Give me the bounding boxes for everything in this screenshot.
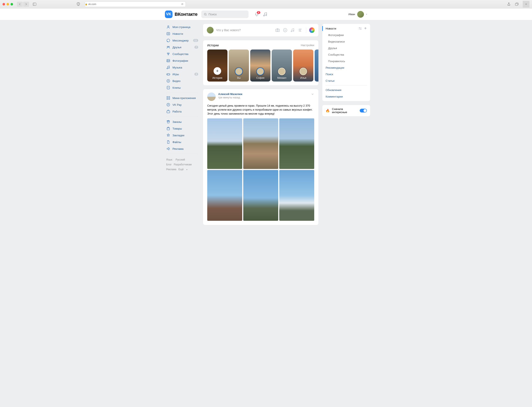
- address-bar[interactable]: 🔒 vk.com ⟳: [85, 1, 186, 7]
- bookmarks-icon: [166, 133, 170, 137]
- nav-friends[interactable]: Друзья7: [165, 44, 200, 51]
- settings-icon[interactable]: [358, 27, 362, 30]
- privacy-shield-icon[interactable]: [75, 1, 82, 7]
- nav-apps[interactable]: Мини-приложения: [165, 94, 200, 101]
- nav-bookmarks[interactable]: Закладки: [165, 132, 200, 139]
- nav-clips[interactable]: Клипы: [165, 84, 200, 91]
- composer-avatar: [207, 27, 214, 33]
- orders-icon: [166, 120, 170, 124]
- site-header: VK ВКонтакте 4 Иван ▾: [0, 8, 532, 20]
- stories-settings[interactable]: Настройки: [301, 44, 314, 47]
- share-icon[interactable]: [506, 2, 512, 7]
- camera-icon[interactable]: [275, 28, 280, 32]
- maximize-window[interactable]: [10, 3, 13, 6]
- filter-videos[interactable]: Видеозаписи: [322, 38, 370, 45]
- nav-user[interactable]: Моя страница: [165, 23, 200, 30]
- nav-messenger[interactable]: Мессенджер11: [165, 37, 200, 44]
- nav-groups[interactable]: Сообщества: [165, 51, 200, 57]
- nav-goods[interactable]: Товары: [165, 125, 200, 132]
- story-avatar: [300, 68, 307, 75]
- theme-icon[interactable]: A: [309, 27, 315, 33]
- post-text: Сегодня целый день провели в горах. Прош…: [203, 103, 318, 118]
- right-sidebar: Новости Фотографии Видеозаписи Друзья Со…: [322, 23, 370, 228]
- svg-rect-0: [33, 3, 36, 6]
- filter-recommendations[interactable]: Рекомендации: [322, 64, 370, 71]
- svg-point-15: [169, 53, 169, 54]
- minimize-window[interactable]: [7, 3, 9, 6]
- music-icon[interactable]: [290, 28, 295, 32]
- video-icon[interactable]: [283, 28, 287, 32]
- filter-photos[interactable]: Фотографии: [322, 32, 370, 38]
- filter-friends[interactable]: Друзья: [322, 45, 370, 51]
- svg-line-6: [206, 15, 206, 15]
- nav-files[interactable]: Файлы: [165, 139, 200, 145]
- svg-point-35: [277, 30, 278, 31]
- post-image[interactable]: [207, 170, 242, 221]
- add-story[interactable]: + История: [207, 49, 227, 82]
- composer-input[interactable]: [216, 28, 273, 32]
- filter-groups[interactable]: Сообщества: [322, 51, 370, 58]
- filter-articles[interactable]: Статьи: [322, 78, 370, 84]
- story-item[interactable]: Вы: [229, 49, 249, 82]
- story-item[interactable]: С: [315, 49, 318, 82]
- post-avatar[interactable]: [207, 93, 216, 101]
- music-button[interactable]: [263, 12, 268, 17]
- nav-pay[interactable]: ₽ VK Pay: [165, 101, 200, 108]
- sort-toggle[interactable]: [360, 109, 367, 112]
- close-window[interactable]: [2, 3, 5, 6]
- forward-button[interactable]: [23, 2, 29, 7]
- footer-blog[interactable]: Блог: [166, 163, 172, 166]
- nav-work[interactable]: Работа: [165, 108, 200, 115]
- video-icon: [166, 79, 170, 83]
- search-input[interactable]: [208, 13, 246, 16]
- svg-text:₽: ₽: [168, 104, 169, 106]
- svg-point-23: [169, 74, 170, 75]
- post-image[interactable]: [243, 118, 278, 169]
- svg-rect-8: [167, 32, 170, 35]
- story-item[interactable]: Илья: [293, 49, 313, 82]
- footer-more[interactable]: Ещё: [178, 168, 184, 171]
- post-gallery: [203, 118, 318, 225]
- nav-ads[interactable]: Реклама: [165, 145, 200, 152]
- svg-rect-28: [167, 98, 168, 99]
- filter-updates[interactable]: Обновления: [322, 87, 370, 93]
- filter-news[interactable]: Новости: [322, 25, 370, 32]
- add-icon[interactable]: [364, 27, 367, 30]
- nav-photos[interactable]: Фотографии: [165, 57, 200, 64]
- avatar: [357, 11, 364, 18]
- footer-ads[interactable]: Реклама: [166, 168, 176, 171]
- tabs-icon[interactable]: [514, 2, 520, 7]
- footer-developers[interactable]: Разработчикам: [174, 163, 192, 166]
- post-image[interactable]: [279, 118, 314, 169]
- user-menu[interactable]: Иван ▾: [348, 11, 367, 18]
- apps-icon: [166, 96, 170, 100]
- nav-music[interactable]: Музыка: [165, 64, 200, 71]
- nav-games[interactable]: Игры3: [165, 71, 200, 78]
- notifications-button[interactable]: 4: [254, 12, 259, 17]
- games-icon: [166, 72, 170, 76]
- post-image[interactable]: [279, 170, 314, 221]
- stories-block: Истории Настройки + История Вы София Мих…: [203, 40, 319, 86]
- nav-video[interactable]: Видео: [165, 78, 200, 84]
- search-box[interactable]: [201, 10, 248, 18]
- nav-orders[interactable]: Заказы: [165, 118, 200, 125]
- filter-liked[interactable]: Понравилось: [322, 58, 370, 64]
- svg-point-43: [359, 28, 360, 28]
- nav-news[interactable]: Новости: [165, 30, 200, 37]
- filter-search[interactable]: Поиск: [322, 71, 370, 78]
- post-image[interactable]: [207, 118, 242, 169]
- story-item[interactable]: Михаил: [272, 49, 292, 82]
- filter-comments[interactable]: Комментарии: [322, 93, 370, 100]
- logo[interactable]: VK ВКонтакте: [165, 10, 198, 18]
- poll-icon[interactable]: [298, 28, 302, 32]
- story-item[interactable]: София: [250, 49, 270, 82]
- post-menu[interactable]: [311, 93, 314, 96]
- new-tab-button[interactable]: +: [523, 1, 530, 8]
- sidebar-toggle[interactable]: [31, 2, 38, 7]
- reload-icon[interactable]: ⟳: [181, 3, 184, 6]
- post-author[interactable]: Алексей Мазелюк: [218, 93, 242, 96]
- svg-rect-4: [515, 3, 518, 6]
- back-button[interactable]: [17, 2, 23, 7]
- post-image[interactable]: [243, 170, 278, 221]
- work-icon: [166, 109, 170, 114]
